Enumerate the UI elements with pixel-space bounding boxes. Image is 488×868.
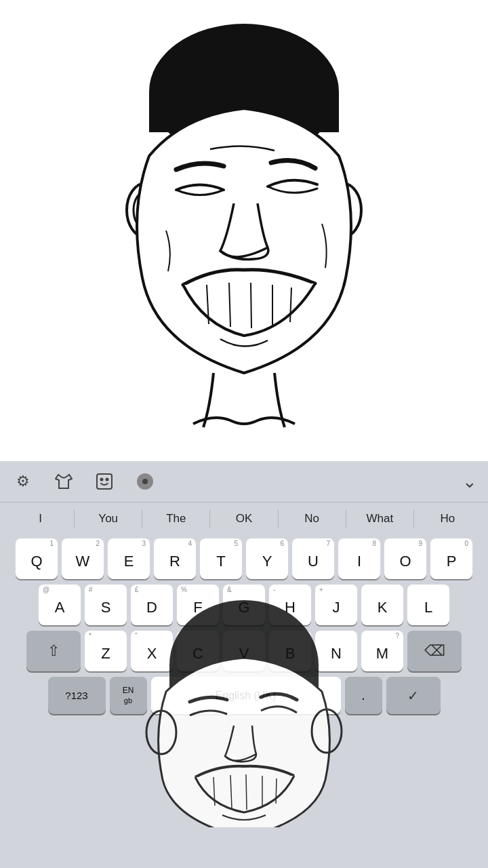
suggestion-item[interactable]: You bbox=[75, 509, 142, 528]
emoji-icon[interactable] bbox=[92, 469, 117, 494]
keyboard: ⚙ ⌄ I You The OK No What bbox=[0, 461, 488, 868]
key-w[interactable]: 2W bbox=[62, 538, 104, 579]
suggestion-item[interactable]: What bbox=[346, 509, 414, 528]
key-row-2: @A #S £D %F &G -H +J K L bbox=[3, 585, 485, 625]
enter-key[interactable]: ✓ bbox=[386, 677, 441, 714]
language-key[interactable]: ENgb bbox=[110, 677, 147, 714]
key-j[interactable]: +J bbox=[315, 585, 357, 625]
meme-display bbox=[0, 0, 488, 461]
language-label: ENgb bbox=[123, 686, 134, 705]
suggestions-bar: I You The OK No What Ho bbox=[0, 502, 488, 534]
svg-line-15 bbox=[230, 775, 232, 808]
collapse-keyboard-icon[interactable]: ⌄ bbox=[462, 471, 477, 492]
backspace-key[interactable]: ⌫ bbox=[407, 631, 462, 671]
svg-line-7 bbox=[251, 283, 251, 328]
suggestion-item[interactable]: The bbox=[142, 509, 210, 528]
key-u[interactable]: 7U bbox=[292, 538, 334, 579]
numbers-key[interactable]: ?123 bbox=[48, 677, 106, 714]
period-key[interactable]: . bbox=[345, 677, 382, 714]
key-e[interactable]: 3E bbox=[108, 538, 150, 579]
svg-line-16 bbox=[246, 774, 247, 810]
key-z[interactable]: *Z bbox=[85, 631, 127, 671]
key-r[interactable]: 4R bbox=[154, 538, 196, 579]
keys-area: 1Q 2W 3E 4R 5T 6Y 7U 8I 9O 0P @A #S £D %… bbox=[0, 534, 488, 714]
key-t[interactable]: 5T bbox=[200, 538, 242, 579]
key-d[interactable]: £D bbox=[131, 585, 173, 625]
key-x[interactable]: "X bbox=[131, 631, 173, 671]
backspace-icon: ⌫ bbox=[424, 642, 445, 660]
key-i[interactable]: 8I bbox=[338, 538, 380, 579]
suggestion-item[interactable]: Ho bbox=[414, 509, 481, 528]
key-row-4: ?123 ENgb English (UK) . ✓ bbox=[3, 677, 485, 714]
suggestion-item[interactable]: OK bbox=[210, 509, 278, 528]
key-k[interactable]: K bbox=[361, 585, 403, 625]
key-b[interactable]: B bbox=[269, 631, 311, 671]
key-o[interactable]: 9O bbox=[384, 538, 426, 579]
key-g[interactable]: &G bbox=[223, 585, 265, 625]
key-f[interactable]: %F bbox=[177, 585, 219, 625]
key-q[interactable]: 1Q bbox=[16, 538, 58, 579]
svg-rect-19 bbox=[97, 474, 112, 489]
key-y[interactable]: 6Y bbox=[246, 538, 288, 579]
svg-line-18 bbox=[276, 778, 277, 804]
space-key[interactable]: English (UK) bbox=[151, 677, 341, 714]
suggestion-item[interactable]: No bbox=[279, 509, 346, 528]
key-a[interactable]: @A bbox=[39, 585, 81, 625]
key-l[interactable]: L bbox=[407, 585, 449, 625]
key-m[interactable]: ?M bbox=[361, 631, 403, 671]
suggestion-item[interactable]: I bbox=[7, 509, 75, 528]
svg-point-12 bbox=[146, 711, 176, 754]
svg-point-23 bbox=[142, 479, 148, 484]
yao-ming-meme bbox=[88, 20, 400, 441]
key-h[interactable]: -H bbox=[269, 585, 311, 625]
svg-line-14 bbox=[214, 777, 215, 806]
shift-key[interactable]: ⇧ bbox=[26, 631, 81, 671]
svg-point-20 bbox=[101, 479, 103, 481]
svg-point-13 bbox=[312, 709, 342, 753]
key-n[interactable]: N bbox=[315, 631, 357, 671]
shirt-icon[interactable] bbox=[52, 469, 76, 494]
settings-icon[interactable]: ⚙ bbox=[11, 469, 35, 494]
svg-point-21 bbox=[106, 479, 108, 481]
key-row-3: ⇧ *Z "X C V B N ?M ⌫ bbox=[3, 631, 485, 671]
mic-icon[interactable] bbox=[133, 469, 157, 494]
key-s[interactable]: #S bbox=[85, 585, 127, 625]
shift-icon: ⇧ bbox=[47, 642, 60, 660]
keyboard-toolbar: ⚙ ⌄ bbox=[0, 461, 488, 502]
key-c[interactable]: C bbox=[177, 631, 219, 671]
key-p[interactable]: 0P bbox=[430, 538, 472, 579]
key-v[interactable]: V bbox=[223, 631, 265, 671]
key-row-1: 1Q 2W 3E 4R 5T 6Y 7U 8I 9O 0P bbox=[3, 538, 485, 579]
